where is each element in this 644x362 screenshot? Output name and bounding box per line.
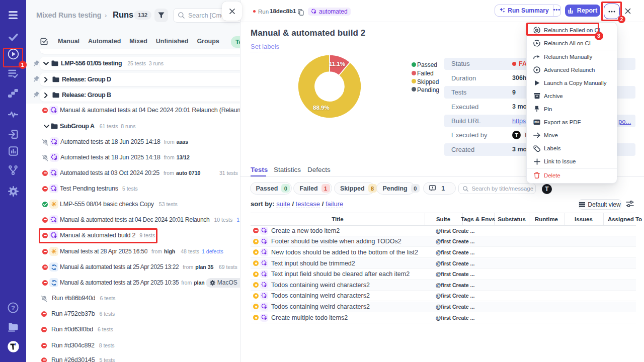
svg-text:PDF: PDF [534, 121, 539, 124]
svg-text:?: ? [11, 304, 15, 312]
